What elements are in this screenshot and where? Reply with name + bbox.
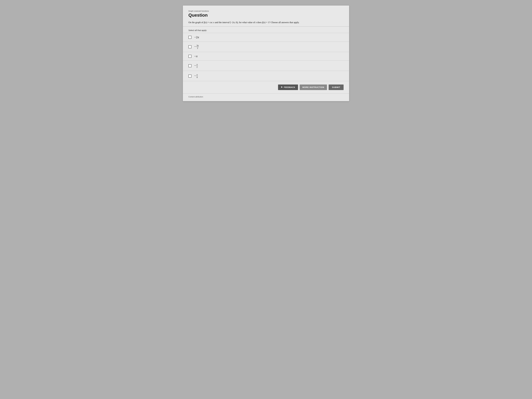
checkbox-opt4[interactable] bbox=[188, 64, 191, 67]
fraction-3pi-2: 3π2 bbox=[196, 44, 199, 49]
option-label-2[interactable]: −3π2 bbox=[194, 44, 199, 49]
option-label-3[interactable]: −π bbox=[194, 54, 197, 58]
option-row-4[interactable]: −π2 bbox=[183, 61, 349, 71]
flag-icon: ⚑ bbox=[281, 86, 283, 89]
question-title: Question bbox=[188, 13, 344, 18]
footer-actions: ⚑ FEEDBACK MORE INSTRUCTION SUBMIT bbox=[183, 81, 349, 93]
option-label-4[interactable]: −π2 bbox=[194, 63, 198, 68]
option-row-2[interactable]: −3π2 bbox=[183, 42, 349, 52]
checkbox-opt2[interactable] bbox=[188, 45, 191, 48]
option-label-5[interactable]: −π4 bbox=[194, 73, 198, 79]
option-label-1[interactable]: −2π bbox=[194, 35, 199, 39]
option-row-5[interactable]: −π4 bbox=[183, 71, 349, 81]
question-text: On the graph of f(x) = csc x and the int… bbox=[188, 20, 344, 24]
option-row-1[interactable]: −2π bbox=[183, 33, 349, 42]
page-container: Graph cosecant functions Question On the… bbox=[183, 6, 349, 101]
more-instruction-button[interactable]: MORE INSTRUCTION bbox=[300, 84, 327, 90]
header-section: Graph cosecant functions Question On the… bbox=[183, 6, 349, 26]
fraction-pi-2: π2 bbox=[196, 63, 198, 68]
option-row-3[interactable]: −π bbox=[183, 52, 349, 61]
select-label: Select all that apply: bbox=[183, 27, 349, 33]
feedback-label: FEEDBACK bbox=[284, 86, 295, 89]
checkbox-opt5[interactable] bbox=[188, 75, 191, 78]
fraction-pi-4: π4 bbox=[196, 73, 198, 79]
options-section: −2π −3π2 −π −π2 −π4 bbox=[183, 33, 349, 81]
content-attribution: Content attribution bbox=[183, 93, 349, 101]
checkbox-opt1[interactable] bbox=[188, 36, 191, 39]
submit-button[interactable]: SUBMIT bbox=[329, 84, 344, 90]
topic-label: Graph cosecant functions bbox=[188, 10, 344, 12]
feedback-button[interactable]: ⚑ FEEDBACK bbox=[278, 84, 298, 90]
checkbox-opt3[interactable] bbox=[188, 55, 191, 58]
